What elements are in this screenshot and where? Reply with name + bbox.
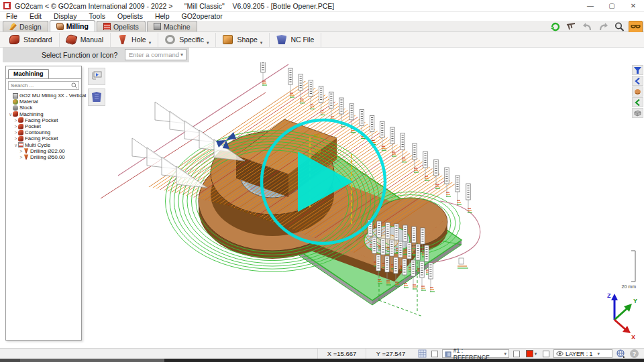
window-title: GO2cam < © GO2cam International 2009 - 2… [15, 2, 334, 10]
dropdown-caret-icon: ▾ [149, 40, 152, 47]
color-picker[interactable]: ▾ [523, 349, 539, 359]
ribbon-button-icon [117, 35, 127, 44]
ribbon-button-icon [223, 35, 233, 44]
svg-text:50: 50 [314, 133, 321, 139]
tree-expander-icon[interactable]: > [13, 124, 18, 129]
svg-text:20 mm: 20 mm [622, 284, 637, 289]
menu-item-edit[interactable]: Edit [23, 12, 48, 21]
tree-item-go2-mu-milling-3x-vertical[interactable]: GO2 MU Milling 3X - Vertical [6, 93, 81, 99]
reference-plane-icon [445, 351, 451, 357]
minimize-button[interactable]: — [580, 0, 601, 12]
tree-item-stock[interactable]: Stock [6, 105, 81, 111]
tree-item-machining[interactable]: v Machining [6, 111, 81, 117]
reference-checkbox[interactable] [513, 351, 520, 357]
path-end-marker [458, 258, 468, 268]
machining-panel: Machining GO2 MU Milling 3X - Vertical M… [5, 66, 82, 341]
tab-icon [56, 23, 64, 30]
tree-item-drilling-22-00[interactable]: > Drilling Ø22.00 [6, 148, 81, 154]
standard-button[interactable]: Standard [3, 33, 60, 47]
regenerate-icon[interactable] [548, 21, 562, 33]
tree-item-contouring[interactable]: > Contouring [6, 129, 81, 135]
scale-ruler: 20 mm [622, 251, 637, 289]
stock-box-icon[interactable] [632, 108, 643, 118]
tree-expander-icon[interactable]: v [13, 143, 18, 147]
tree-expander-icon[interactable]: > [13, 118, 18, 123]
ribbon-button-icon [276, 35, 286, 44]
tab-design[interactable]: Design [3, 21, 48, 32]
tool-icon[interactable] [632, 86, 643, 97]
hole-button[interactable]: Hole ▾ [111, 33, 158, 47]
video-progress-played [20, 359, 164, 362]
world-view-icon[interactable] [614, 349, 627, 359]
help-icon[interactable]: ? [630, 349, 639, 358]
layer-eye-icon [556, 351, 564, 357]
tab-milling[interactable]: Milling [50, 20, 95, 32]
current-color-swatch [526, 350, 533, 357]
reference-combobox[interactable]: #1 : REFERENCE ▾ [442, 349, 509, 358]
tree-expander-icon[interactable]: > [13, 136, 18, 141]
app-logo-icon[interactable] [3, 2, 11, 9]
color-checkbox[interactable] [543, 351, 549, 357]
machining-panel-tab[interactable]: Machining [8, 69, 49, 78]
close-button[interactable]: ✕ [623, 0, 644, 12]
menu-item-file[interactable]: File [0, 12, 23, 21]
menu-item-go2operator[interactable]: GO2operator [176, 12, 229, 21]
caliper-measure-icon[interactable] [564, 21, 578, 33]
manual-button[interactable]: Manual [60, 33, 111, 47]
shape-button[interactable]: Shape ▾ [216, 33, 270, 47]
view-toolbar-row1 [548, 21, 643, 33]
tree-item-facing-pocket[interactable]: > Facing Pocket [6, 135, 81, 141]
layer-combobox[interactable]: LAYER : 1 ▾ [553, 349, 612, 358]
nc-shield-button[interactable] [88, 88, 105, 106]
svg-text:X: X [631, 334, 635, 341]
simulation-screen-button[interactable] [88, 68, 105, 85]
menu-item-opelists[interactable]: Opelists [111, 12, 149, 21]
filter-icon[interactable] [632, 65, 643, 75]
grid-checkbox[interactable] [431, 351, 438, 357]
view-glasses-icon[interactable] [629, 21, 643, 33]
previous-green-icon[interactable] [632, 97, 643, 107]
tree-expander-icon[interactable]: > [19, 155, 23, 160]
dropdown-caret-icon: ▾ [207, 40, 209, 47]
chevron-down-icon: ▾ [504, 351, 506, 357]
tree-search-input[interactable] [9, 82, 71, 88]
tree-item-material[interactable]: Material [6, 99, 81, 105]
zoom-icon[interactable] [612, 21, 627, 33]
ribbon-toolbar: Standard Manual Hole ▾ Specific ▾ Shape … [0, 32, 644, 48]
redo-icon[interactable] [596, 21, 610, 33]
simulation-screen-icon [90, 70, 103, 83]
tree-item-drilling-50-00[interactable]: > Drilling Ø50.00 [6, 154, 81, 160]
tab-machine[interactable]: Machine [147, 21, 197, 32]
nc-file-button[interactable]: NC File [270, 33, 321, 47]
tab-opelists[interactable]: Opelists [97, 21, 146, 32]
menu-item-help[interactable]: Help [149, 12, 176, 21]
tree-item-pocket[interactable]: > Pocket [6, 123, 81, 129]
chevron-down-icon: ▾ [535, 351, 537, 357]
ribbon-button-icon [9, 35, 19, 44]
grid-toggle-icon[interactable] [416, 349, 428, 359]
tree-expander-icon[interactable]: > [19, 149, 23, 154]
tab-icon [9, 23, 17, 30]
search-icon [71, 82, 77, 88]
viewport-side-buttons [88, 68, 105, 106]
specific-button[interactable]: Specific ▾ [158, 33, 216, 47]
tree-search-box[interactable] [8, 81, 79, 90]
tree-item-facing-pocket[interactable]: > Facing Pocket [6, 117, 81, 123]
tab-icon [154, 23, 161, 30]
cursor-y-readout: Y =27.547 [366, 349, 415, 359]
command-bar: Select Function or Icon? Enter a command… [0, 48, 644, 62]
window-controls: — ▢ ✕ [580, 0, 644, 12]
tree-expander-icon[interactable]: > [13, 130, 18, 135]
cursor-x-readout: X =15.667 [317, 349, 366, 359]
right-icon-rail [632, 65, 643, 118]
command-prompt-label: Select Function or Icon? [42, 51, 117, 59]
svg-text:Z: Z [607, 292, 611, 299]
chevron-down-icon: ▾ [180, 52, 183, 58]
maximize-button[interactable]: ▢ [601, 0, 623, 12]
tree-expander-icon[interactable]: v [8, 112, 13, 117]
command-combobox[interactable]: Enter a command ▾ [125, 49, 186, 60]
undo-icon[interactable] [580, 21, 594, 33]
previous-blue-icon[interactable] [632, 76, 643, 86]
tree-item-multi-cycle[interactable]: v Multi Cycle [6, 142, 81, 148]
video-progress-bar[interactable] [0, 359, 644, 362]
